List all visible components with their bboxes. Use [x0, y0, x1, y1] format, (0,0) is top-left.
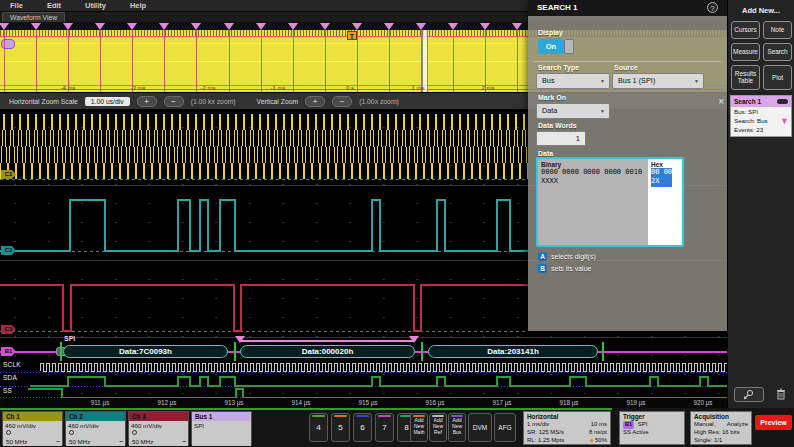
close-icon[interactable]: ×	[718, 97, 724, 107]
knob-b-icon: B	[538, 264, 547, 273]
search-result-badge[interactable]: Search 1 ▼ Bus: SPISearch: BusEvents: 23	[730, 95, 792, 137]
data-label: Data	[538, 150, 553, 157]
time-axis-tick: 911 µs	[91, 399, 110, 406]
search-mark-line	[36, 30, 37, 92]
source-label: Source	[614, 64, 638, 71]
bus-decode-packet[interactable]: Data:203141h	[428, 345, 598, 358]
menu-file[interactable]: File	[10, 1, 23, 10]
channel-7-button[interactable]: 7	[375, 413, 394, 442]
vertical-zoom-plus-button[interactable]: +	[305, 96, 325, 107]
zoom-window-indicator[interactable]	[422, 30, 428, 92]
channel-badge-ch2[interactable]: Ch 2460 mV/div50 MHz~	[65, 411, 126, 445]
channel-number: 4	[310, 417, 327, 439]
acquisition-title: Acquisition	[694, 413, 748, 421]
channel-6-button[interactable]: 6	[353, 413, 372, 442]
channel-badge-body: 460 mV/div50 MHz~	[66, 421, 125, 446]
channel-badge-body: SPI	[192, 421, 251, 446]
channel-badge-ch1[interactable]: Ch 1460 mV/div50 MHz~	[2, 411, 63, 445]
add-new-ref-button[interactable]: Add New Ref	[429, 413, 447, 442]
display-label: Display	[538, 29, 563, 36]
ground-icon	[6, 430, 11, 435]
channel-badge-ch3[interactable]: Ch 3460 mV/div50 MHz~	[128, 411, 189, 445]
search-mark-icon	[31, 23, 41, 30]
knob-b-hint-text: sets its value	[551, 265, 591, 272]
add-new-measure-button[interactable]: Measure	[731, 43, 760, 61]
horizontal-zoom-minus-button[interactable]: −	[164, 96, 184, 107]
display-toggle-knob[interactable]	[564, 39, 574, 54]
data-value-editor[interactable]: Binary 0000 0000 0000 0000 0010 XXXX Hex…	[536, 157, 684, 247]
channel-bandwidth: 50 MHz	[69, 438, 90, 445]
search-mark-icon	[409, 336, 419, 343]
horizontal-settings-badge[interactable]: Horizontal 1 ms/div 10 ms SR: 125 MS/s 8…	[523, 411, 611, 445]
help-icon[interactable]: ?	[707, 2, 718, 13]
data-words-label: Data Words	[538, 122, 577, 129]
time-axis: 911 µs912 µs913 µs914 µs915 µs916 µs917 …	[0, 398, 727, 408]
add-new-math-button[interactable]: Add New Math	[410, 413, 428, 442]
search-mark-line	[261, 30, 262, 92]
overview-axis-label: -3 ms	[131, 85, 146, 91]
menu-utility[interactable]: Utility	[85, 1, 106, 10]
menu-edit[interactable]: Edit	[47, 1, 61, 10]
add-new-cursors-button[interactable]: Cursors	[731, 21, 760, 39]
add-new-search-button[interactable]: Search	[763, 43, 792, 61]
search-mark-icon	[352, 23, 362, 30]
search-mark-icon	[235, 336, 245, 343]
add-new-plot-button[interactable]: Plot	[763, 65, 792, 90]
channel-5-button[interactable]: 5	[331, 413, 350, 442]
hex-value-selected[interactable]: 00 00 2X	[651, 168, 672, 187]
bandwidth-icon: ~	[56, 438, 60, 445]
bus-decode-packet[interactable]: Data:7C0093h	[63, 345, 228, 358]
trigger-pos-icon: ◆	[590, 437, 594, 443]
preview-button[interactable]: Preview	[755, 415, 792, 430]
acquisition-settings-badge[interactable]: Acquisition Manual, Analyze High Res: 16…	[690, 411, 752, 445]
button-label: Add New Math	[411, 417, 427, 435]
acquisition-mode: Manual,	[694, 421, 715, 429]
chevron-down-icon: ▼	[600, 104, 605, 118]
magnifier-icon	[743, 389, 755, 400]
bus-boundary-tick	[234, 342, 236, 361]
vertical-zoom-readout: (1.00x zoom)	[359, 98, 399, 105]
time-axis-tick: 912 µs	[157, 399, 176, 406]
trigger-position-marker[interactable]: T	[347, 31, 357, 40]
source-value: Bus 1 (SPI)	[618, 76, 655, 85]
binary-value[interactable]: 0000 0000 0000 0000 0010 XXXX	[541, 168, 645, 187]
afg-button[interactable]: AFG	[494, 413, 516, 442]
horizontal-zoom-plus-button[interactable]: +	[137, 96, 157, 107]
dvm-button[interactable]: DVM	[468, 413, 492, 442]
search-mark-icon	[448, 23, 458, 30]
channel-badge-header: Ch 2	[66, 412, 125, 421]
bus-decode-packet[interactable]: Data:000020h	[240, 345, 415, 358]
zoom-to-mark-button[interactable]	[734, 387, 764, 402]
vertical-zoom-minus-button[interactable]: −	[332, 96, 352, 107]
search-mark-line	[293, 30, 294, 92]
delete-button[interactable]	[773, 386, 789, 402]
menu-help[interactable]: Help	[130, 1, 146, 10]
search-panel-title: SEARCH 1	[528, 0, 727, 16]
bandwidth-icon: ~	[182, 438, 186, 445]
horizontal-zoom-scale-value[interactable]: 1.00 us/div	[85, 97, 130, 106]
tab-waveform-view[interactable]: Waveform View	[2, 12, 65, 22]
search-mark-icon	[512, 23, 522, 30]
search-mark-icon	[0, 23, 9, 30]
search-type-dropdown[interactable]: Bus ▼	[536, 73, 610, 89]
search-badge-header[interactable]: Search 1	[731, 96, 791, 107]
search-mark-line	[132, 30, 133, 92]
knob-a-icon: A	[538, 252, 547, 261]
sample-interval: 8 ns/pt	[589, 429, 607, 437]
display-toggle[interactable]: On	[538, 39, 576, 54]
ground-icon	[69, 430, 74, 435]
add-new-results-table-button[interactable]: Results Table	[731, 65, 760, 90]
source-dropdown[interactable]: Bus 1 (SPI) ▼	[612, 73, 704, 89]
channel-4-button[interactable]: 4	[309, 413, 328, 442]
trigger-title: Trigger	[623, 413, 681, 421]
channel-badge-bus1[interactable]: Bus 1SPI	[191, 411, 252, 445]
divider	[534, 61, 721, 62]
data-words-input[interactable]: 1	[536, 131, 586, 146]
mark-on-dropdown[interactable]: Data ▼	[536, 103, 610, 119]
hex-column: Hex 00 00 2X	[648, 159, 682, 245]
add-new-bus-button[interactable]: Add New Bus	[448, 413, 466, 442]
add-new-note-button[interactable]: Note	[763, 21, 792, 39]
trigger-settings-badge[interactable]: Trigger B1 SPI SS Active	[619, 411, 685, 445]
search-mark-icon	[288, 23, 298, 30]
search-mark-line	[196, 30, 197, 92]
